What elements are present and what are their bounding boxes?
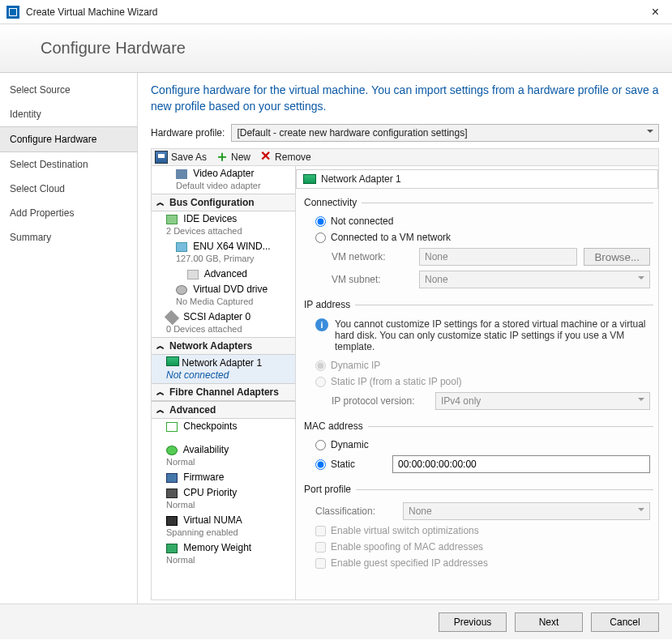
tree-header-network[interactable]: ︽ Network Adapters: [152, 337, 295, 355]
tree-availability[interactable]: Availability Normal: [152, 442, 295, 470]
new-button[interactable]: ＋ New: [215, 151, 250, 164]
tree-checkpoints[interactable]: Checkpoints: [152, 419, 295, 434]
radio-connected[interactable]: [315, 233, 326, 243]
new-label: New: [231, 151, 250, 163]
firmware-icon: [166, 473, 178, 483]
hardware-profile-combo[interactable]: [Default - create new hardware configura…: [231, 124, 659, 142]
chevron-up-icon: ︽: [156, 340, 165, 352]
tree-header-fibre[interactable]: ︽ Fibre Channel Adapters: [152, 383, 295, 401]
page-icon: [187, 270, 199, 279]
classification-combo: None: [403, 502, 650, 520]
remove-label: Remove: [275, 151, 311, 163]
tree-video-adapter[interactable]: Video Adapter Default video adapter: [152, 166, 295, 194]
tree-header-advanced[interactable]: ︽ Advanced: [152, 401, 295, 419]
tree-firmware[interactable]: Firmware: [152, 470, 295, 485]
detail-title: Network Adapter 1: [321, 173, 401, 185]
connectivity-group: Connectivity Not connected Connected to …: [304, 197, 653, 291]
footer: Previous Next Cancel: [0, 604, 672, 639]
tree-numa[interactable]: Virtual NUMA Spanning enabled: [152, 513, 295, 540]
label-spoofing: Enable spoofing of MAC addresses: [331, 541, 483, 553]
classification-label: Classification:: [315, 506, 396, 517]
chevron-up-icon: ︽: [156, 197, 165, 208]
vm-network-input: None: [419, 248, 577, 266]
detail-header: Network Adapter 1: [296, 169, 658, 189]
disk-icon: [176, 242, 187, 252]
remove-icon: ✕: [259, 151, 272, 164]
ip-protocol-label: IP protocol version:: [332, 395, 429, 407]
label-connected: Connected to a VM network: [331, 232, 451, 243]
previous-button[interactable]: Previous: [439, 612, 507, 632]
tree-nic-1[interactable]: Network Adapter 1 Not connected: [152, 355, 295, 383]
radio-mac-dynamic[interactable]: [315, 440, 326, 450]
chevron-up-icon: ︽: [156, 386, 165, 398]
dvd-icon: [176, 285, 187, 295]
hardware-tree[interactable]: Video Adapter Default video adapter ︽ Bu…: [152, 166, 296, 599]
radio-mac-static[interactable]: [315, 459, 326, 470]
nav-summary[interactable]: Summary: [0, 225, 137, 250]
availability-icon: [166, 446, 178, 455]
close-icon[interactable]: ×: [645, 0, 666, 24]
workarea: Video Adapter Default video adapter ︽ Bu…: [151, 165, 659, 600]
ip-legend: IP address: [304, 299, 355, 310]
remove-button[interactable]: ✕ Remove: [259, 151, 311, 164]
cancel-button[interactable]: Cancel: [591, 612, 659, 632]
label-mac-static: Static: [331, 459, 387, 470]
intro-text: Configure hardware for the virtual machi…: [151, 83, 659, 114]
nav-select-source[interactable]: Select Source: [0, 78, 137, 102]
tree-header-bus[interactable]: ︽ Bus Configuration: [152, 194, 295, 211]
check-switch-opt: [315, 526, 326, 536]
window-title: Create Virtual Machine Wizard: [26, 6, 645, 18]
next-button[interactable]: Next: [515, 612, 583, 632]
label-static-ip: Static IP (from a static IP pool): [331, 376, 462, 387]
page-title: Configure Hardware: [41, 39, 186, 58]
hardware-profile-label: Hardware profile:: [151, 127, 225, 139]
chevron-up-icon: ︽: [156, 404, 165, 416]
save-as-label: Save As: [171, 151, 207, 163]
monitor-icon: [176, 169, 187, 179]
titlebar: Create Virtual Machine Wizard ×: [0, 0, 672, 24]
radio-static-ip: [315, 377, 326, 387]
nav-select-destination[interactable]: Select Destination: [0, 152, 137, 177]
tree-disk[interactable]: ENU X64 WIND... 127.00 GB, Primary: [152, 239, 295, 267]
vm-subnet-label: VM subnet:: [332, 274, 413, 285]
cpu-icon: [166, 489, 178, 498]
info-icon: i: [315, 318, 328, 331]
radio-not-connected[interactable]: [315, 216, 326, 227]
tree-dvd[interactable]: Virtual DVD drive No Media Captured: [152, 282, 295, 309]
nav-add-properties[interactable]: Add Properties: [0, 201, 137, 225]
check-spoofing: [315, 542, 326, 553]
tree-memory-weight[interactable]: Memory Weight Normal: [152, 540, 295, 568]
check-guest-ip: [315, 558, 326, 569]
app-icon: [6, 6, 19, 19]
checkpoint-icon: [166, 422, 178, 432]
port-group: Port profile Classification: None Enable…: [304, 484, 653, 571]
tree-scsi[interactable]: SCSI Adapter 0 0 Devices attached: [152, 309, 295, 337]
mac-legend: MAC address: [304, 420, 368, 432]
label-switch-opt: Enable virtual switch optimizations: [331, 525, 479, 536]
nic-icon: [303, 174, 316, 184]
main-panel: Configure hardware for the virtual machi…: [138, 73, 672, 604]
memory-icon: [166, 544, 178, 553]
tree-ide-devices[interactable]: IDE Devices 2 Devices attached: [152, 211, 295, 239]
nav-select-cloud[interactable]: Select Cloud: [0, 177, 137, 201]
body: Select Source Identity Configure Hardwar…: [0, 73, 672, 604]
mac-address-input[interactable]: [392, 455, 650, 473]
tree-advanced-disk[interactable]: Advanced: [152, 267, 295, 282]
detail-pane: Network Adapter 1 Connectivity Not conne…: [296, 166, 658, 599]
numa-icon: [166, 516, 178, 526]
nic-icon: [166, 356, 179, 366]
label-guest-ip: Enable guest specified IP addresses: [331, 557, 488, 569]
label-mac-dynamic: Dynamic: [331, 439, 369, 450]
vm-network-label: VM network:: [332, 251, 413, 262]
radio-dynamic-ip: [315, 361, 326, 371]
tree-cpu[interactable]: CPU Priority Normal: [152, 485, 295, 513]
ide-icon: [166, 215, 178, 224]
nav-identity[interactable]: Identity: [0, 102, 137, 126]
save-as-button[interactable]: Save As: [155, 151, 207, 164]
nav-configure-hardware[interactable]: Configure Hardware: [0, 126, 137, 152]
scsi-icon: [165, 310, 179, 325]
banner: Configure Hardware: [0, 24, 672, 73]
label-dynamic-ip: Dynamic IP: [331, 360, 380, 371]
save-icon: [155, 151, 168, 164]
mac-group: MAC address Dynamic Static: [304, 420, 653, 476]
